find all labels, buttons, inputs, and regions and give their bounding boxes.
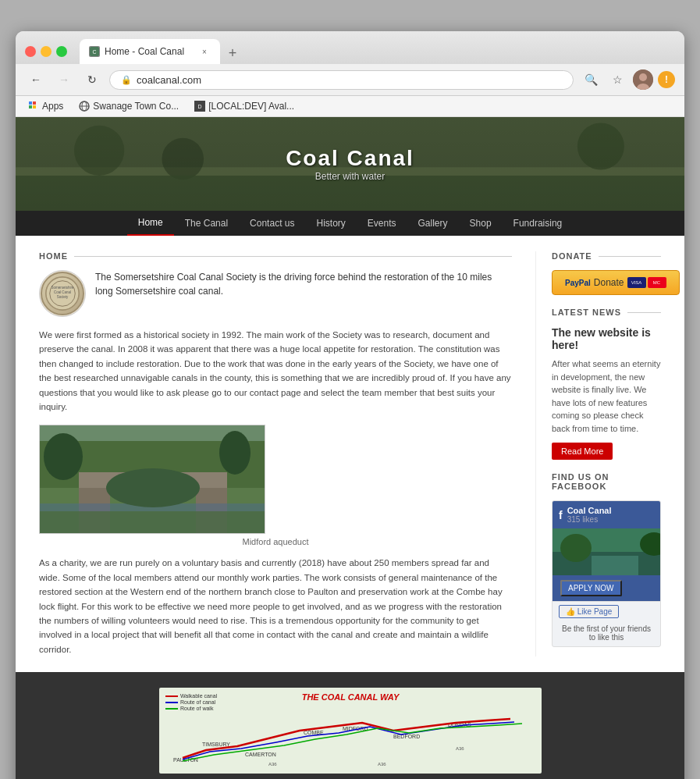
nav-fundraising[interactable]: Fundraising bbox=[503, 212, 574, 235]
back-button[interactable]: ← bbox=[25, 69, 47, 91]
svg-rect-6 bbox=[33, 101, 36, 105]
svg-text:D: D bbox=[198, 104, 202, 109]
nav-the-canal[interactable]: The Canal bbox=[174, 212, 239, 235]
svg-point-3 bbox=[639, 73, 647, 81]
nav-home[interactable]: Home bbox=[127, 211, 174, 236]
nav-events[interactable]: Events bbox=[357, 212, 407, 235]
bookmark-swanage-label: Swanage Town Co... bbox=[93, 101, 179, 112]
globe-icon bbox=[79, 101, 90, 112]
footer-section: THE COAL CANAL WAY Walkable canal Route … bbox=[16, 672, 684, 779]
svg-text:Society: Society bbox=[57, 295, 69, 299]
facebook-like-button[interactable]: 👍 Like Page bbox=[559, 605, 619, 618]
donate-section-header: DONATE bbox=[552, 251, 661, 261]
image-caption: Midford aqueduct bbox=[39, 537, 512, 546]
svg-point-27 bbox=[44, 433, 83, 480]
svg-text:Route of canal: Route of canal bbox=[180, 699, 216, 705]
reload-button[interactable]: ↻ bbox=[81, 69, 103, 91]
forward-button[interactable]: → bbox=[53, 69, 75, 91]
bookmark-apps-label: Apps bbox=[42, 101, 63, 112]
tab-close-button[interactable]: × bbox=[198, 45, 211, 58]
news-excerpt: After what seems an eternity in developm… bbox=[552, 357, 661, 435]
sidebar: DONATE PayPal Donate VISA MC LATEST NEWS… bbox=[536, 251, 661, 656]
map-container: THE COAL CANAL WAY Walkable canal Route … bbox=[159, 688, 542, 774]
mc-icon: MC bbox=[648, 277, 666, 288]
bookmarks-bar: Apps Swanage Town Co... D [LOCAL:DEV] Av… bbox=[16, 96, 684, 117]
tab-title: Home - Coal Canal bbox=[105, 46, 194, 57]
bookmark-apps[interactable]: Apps bbox=[25, 99, 66, 113]
nav-contact[interactable]: Contact us bbox=[239, 212, 305, 235]
nav-shop[interactable]: Shop bbox=[459, 212, 503, 235]
minimize-button[interactable] bbox=[41, 46, 52, 57]
facebook-page-info: Coal Canal 315 likes bbox=[567, 506, 612, 524]
charity-text: As a charity, we are run purely on a vol… bbox=[39, 556, 512, 656]
svg-rect-39 bbox=[165, 702, 178, 703]
facebook-apply-button[interactable]: APPLY NOW bbox=[560, 580, 622, 596]
facebook-apply-row: APPLY NOW bbox=[553, 575, 660, 601]
close-button[interactable] bbox=[25, 46, 36, 57]
website-content: Coal Canal Better with water Home The Ca… bbox=[16, 117, 684, 779]
svg-text:Coal Canal: Coal Canal bbox=[54, 290, 71, 294]
home-intro: Somersetshire Coal Canal Society The Som… bbox=[39, 270, 512, 317]
maximize-button[interactable] bbox=[56, 46, 67, 57]
url-text: coalcanal.com bbox=[137, 74, 562, 86]
new-tab-button[interactable]: + bbox=[222, 42, 243, 64]
toolbar: ← → ↻ 🔒 coalcanal.com 🔍 ☆ ! bbox=[16, 64, 684, 96]
traffic-lights bbox=[25, 46, 67, 57]
bookmark-dev[interactable]: D [LOCAL:DEV] Aval... bbox=[191, 99, 297, 113]
svg-rect-37 bbox=[165, 695, 178, 697]
svg-rect-8 bbox=[33, 105, 36, 108]
site-navigation: Home The Canal Contact us History Events… bbox=[16, 211, 684, 236]
toolbar-icons: 🔍 ☆ ! bbox=[580, 69, 675, 91]
nav-history[interactable]: History bbox=[305, 212, 356, 235]
visa-icon: VISA bbox=[627, 277, 646, 288]
main-wrapper: HOME Somersetshire Coal Canal Society bbox=[16, 236, 684, 672]
svg-rect-34 bbox=[592, 556, 638, 575]
svg-text:Route of walk: Route of walk bbox=[180, 706, 214, 711]
society-logo: Somersetshire Coal Canal Society bbox=[39, 270, 86, 317]
apps-icon bbox=[28, 101, 39, 112]
browser-window: C Home - Coal Canal × + ← → ↻ 🔒 coalcana… bbox=[16, 31, 684, 779]
search-icon[interactable]: 🔍 bbox=[580, 69, 602, 91]
donate-label: Donate bbox=[594, 277, 624, 288]
facebook-header: f Coal Canal 315 likes bbox=[553, 501, 660, 528]
read-more-button[interactable]: Read More bbox=[552, 443, 613, 460]
svg-point-26 bbox=[106, 468, 200, 507]
canal-image bbox=[39, 425, 265, 534]
facebook-like-text: Be the first of your friends to like thi… bbox=[553, 621, 660, 646]
society-logo-inner: Somersetshire Coal Canal Society bbox=[41, 272, 84, 315]
facebook-logo-icon: f bbox=[559, 509, 563, 521]
svg-point-32 bbox=[560, 534, 592, 562]
svg-text:THE COAL CANAL WAY: THE COAL CANAL WAY bbox=[301, 692, 400, 702]
paypal-logo: PayPal bbox=[565, 279, 591, 287]
nav-gallery[interactable]: Gallery bbox=[407, 212, 459, 235]
facebook-cover-photo bbox=[553, 528, 660, 575]
security-lock-icon: 🔒 bbox=[121, 75, 132, 85]
url-bar[interactable]: 🔒 coalcanal.com bbox=[109, 70, 574, 90]
facebook-section-header: FIND US ON FACEBOOK bbox=[552, 472, 661, 491]
home-section-header: HOME bbox=[39, 251, 512, 261]
svg-text:Walkable canal: Walkable canal bbox=[180, 693, 218, 699]
facebook-page-name: Coal Canal bbox=[567, 506, 612, 515]
svg-text:A36: A36 bbox=[268, 762, 277, 767]
tab-favicon: C bbox=[89, 46, 100, 57]
svg-text:C: C bbox=[92, 49, 96, 55]
card-icons: VISA MC bbox=[627, 277, 666, 288]
donate-button[interactable]: PayPal Donate VISA MC bbox=[552, 270, 680, 295]
svg-text:BEDFORD: BEDFORD bbox=[393, 734, 420, 739]
svg-point-28 bbox=[219, 431, 251, 475]
bookmark-star-icon[interactable]: ☆ bbox=[606, 69, 628, 91]
tabs-bar: C Home - Coal Canal × + bbox=[80, 39, 675, 64]
main-content: HOME Somersetshire Coal Canal Society bbox=[39, 251, 536, 656]
avatar[interactable] bbox=[633, 69, 653, 90]
svg-text:Somersetshire: Somersetshire bbox=[52, 286, 74, 290]
active-tab[interactable]: C Home - Coal Canal × bbox=[80, 39, 220, 64]
svg-rect-29 bbox=[40, 511, 265, 534]
dev-icon: D bbox=[194, 101, 205, 112]
canal-image-svg bbox=[40, 425, 265, 534]
facebook-widget: f Coal Canal 315 likes bbox=[552, 500, 661, 647]
svg-text:TIMSBURY: TIMSBURY bbox=[202, 742, 230, 747]
intro-text: The Somersetshire Coal Canal Society is … bbox=[95, 270, 512, 298]
title-bar: C Home - Coal Canal × + bbox=[16, 31, 684, 64]
warning-icon[interactable]: ! bbox=[658, 71, 675, 88]
bookmark-swanage[interactable]: Swanage Town Co... bbox=[76, 99, 182, 113]
